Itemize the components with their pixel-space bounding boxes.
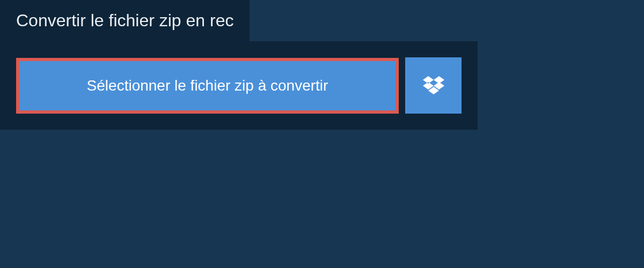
select-file-label: Sélectionner le fichier zip à convertir xyxy=(87,77,328,94)
page-title: Convertir le fichier zip en rec xyxy=(16,11,233,30)
page-title-tab: Convertir le fichier zip en rec xyxy=(0,0,250,41)
dropbox-icon xyxy=(423,76,444,95)
dropbox-button[interactable] xyxy=(405,57,462,114)
file-select-panel: Sélectionner le fichier zip à convertir xyxy=(0,41,478,130)
select-file-button[interactable]: Sélectionner le fichier zip à convertir xyxy=(16,58,399,114)
